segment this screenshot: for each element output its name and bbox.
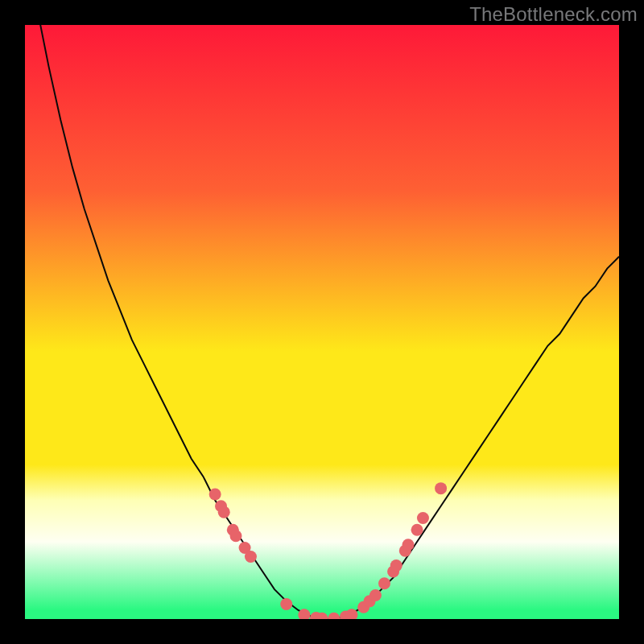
data-dot [390, 559, 402, 572]
bottleneck-chart [25, 25, 619, 619]
data-dot [209, 489, 221, 501]
data-dot [411, 524, 423, 536]
data-dot [218, 506, 230, 518]
gradient-background [25, 25, 619, 619]
chart-frame [25, 25, 619, 619]
attribution-text: TheBottleneck.com [469, 3, 638, 26]
data-dot [280, 598, 292, 610]
data-dot [402, 539, 415, 551]
data-dot [369, 589, 382, 601]
data-dot [417, 512, 429, 524]
data-dot [435, 482, 447, 494]
data-dot [378, 577, 390, 589]
data-dot [229, 530, 242, 542]
data-dot [245, 551, 257, 563]
